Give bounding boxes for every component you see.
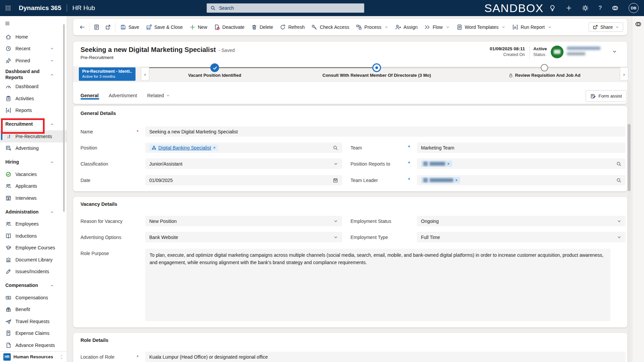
add-icon[interactable] <box>566 5 572 11</box>
sidebar-item-employees[interactable]: Employees <box>0 218 67 230</box>
tab-advertisment[interactable]: Advertisment <box>109 87 137 104</box>
active-stage-chip[interactable]: Pre-Recruitment - Identi... Active for 3… <box>79 67 136 81</box>
sidebar-group-compensation[interactable]: Compensation <box>0 280 67 292</box>
app-area-title[interactable]: HR Hub <box>72 4 95 12</box>
sidebar-item-interviews[interactable]: Interviews <box>0 192 67 204</box>
redacted-lookup-chip[interactable]: × <box>421 177 460 183</box>
lookup-search-icon[interactable] <box>616 161 622 167</box>
remove-icon[interactable]: × <box>455 178 458 183</box>
owner-name-redacted[interactable] <box>567 47 600 55</box>
redacted-lookup-chip[interactable]: × <box>421 161 452 167</box>
assign-button[interactable]: Assign <box>392 22 421 32</box>
chevron-down-icon[interactable] <box>333 162 338 166</box>
position-link[interactable]: Digital Banking Specialist <box>158 145 211 150</box>
remove-icon[interactable]: × <box>447 161 450 166</box>
chevron-down-icon[interactable] <box>50 47 54 51</box>
location-of-role-field[interactable]: Kuala Lumpur (Head Office) or designated… <box>145 352 626 362</box>
main-scrollbar-thumb[interactable] <box>628 124 631 191</box>
back-button[interactable] <box>76 22 88 32</box>
classification-dropdown[interactable]: Junior/Assistant <box>145 159 342 169</box>
advertising-options-dropdown[interactable]: Bank Website <box>145 232 342 242</box>
sidebar-item-employee-courses[interactable]: Employee Courses <box>0 242 67 254</box>
app-title[interactable]: Dynamics 365 <box>19 4 61 12</box>
stage-consult-directorate[interactable]: Consult With Relevant Member Of Director… <box>289 73 464 78</box>
chevron-down-icon[interactable] <box>50 59 54 63</box>
deactivate-button[interactable]: Deactivate <box>211 22 248 32</box>
stage-locked-circle[interactable] <box>541 64 548 71</box>
main-scrollbar-track[interactable] <box>628 81 631 362</box>
delete-button[interactable]: Delete <box>248 22 276 32</box>
form-assist-button[interactable]: Form assist <box>586 90 627 102</box>
lightbulb-icon[interactable] <box>549 5 556 11</box>
tab-related[interactable]: Related <box>147 87 170 104</box>
tab-general[interactable]: General <box>80 87 99 104</box>
flow-button[interactable]: Flow <box>421 22 453 32</box>
sidebar-item-compensations[interactable]: Compensations <box>0 292 67 304</box>
team-leader-field[interactable]: × <box>417 175 626 185</box>
sidebar-item-issues-incidents[interactable]: Issues/Incidents <box>0 266 67 278</box>
check-access-button[interactable]: Check Access <box>308 22 353 32</box>
header-collapse-button[interactable] <box>612 49 617 56</box>
sidebar-item-document-library[interactable]: Document Library <box>0 254 67 266</box>
form-selector-button[interactable] <box>91 22 102 32</box>
position-reports-to-field[interactable]: × <box>417 159 626 169</box>
global-search-box[interactable] <box>207 3 364 13</box>
share-button[interactable]: Share <box>589 22 623 32</box>
sidebar-group-administration[interactable]: Administration <box>0 206 67 218</box>
sidebar-item-benefit[interactable]: Benefit <box>0 304 67 316</box>
sidebar-item-expense-claims[interactable]: Expense Claims <box>0 327 67 340</box>
sidebar-item-reports[interactable]: Reports <box>0 105 67 117</box>
chevron-down-icon[interactable] <box>333 219 338 224</box>
sidebar-item-pinned[interactable]: Pinned <box>0 55 67 67</box>
sidebar-group-hiring[interactable]: Hiring <box>0 156 67 168</box>
employment-type-dropdown[interactable]: Full Time <box>417 232 626 242</box>
date-field[interactable]: 01/09/2025 <box>145 175 342 185</box>
bpf-next-stage-button[interactable]: › <box>620 67 628 81</box>
team-field[interactable]: Marketing Team <box>417 142 626 153</box>
sidebar-item-advance-requests[interactable]: Advance Requests <box>0 339 67 351</box>
search-input[interactable] <box>218 5 361 11</box>
help-icon[interactable]: ? <box>599 5 602 11</box>
calendar-icon[interactable] <box>333 178 338 183</box>
process-button[interactable]: Process <box>353 22 392 32</box>
position-lookup-chip[interactable]: Digital Banking Specialist × <box>149 144 218 151</box>
sidebar-item-home[interactable]: Home <box>0 31 67 43</box>
sidebar-item-recent[interactable]: Recent <box>0 43 67 55</box>
lookup-search-icon[interactable] <box>333 145 338 150</box>
stage-vacant-position-identified[interactable]: Vacant Position Identified <box>164 73 265 78</box>
user-avatar[interactable]: DB <box>629 3 639 13</box>
sidebar-item-vacancies[interactable]: Vacancies <box>0 168 67 180</box>
chevron-down-icon[interactable] <box>333 235 338 240</box>
reason-for-vacancy-dropdown[interactable]: New Position <box>145 216 342 226</box>
sidebar-item-dashboard[interactable]: Dashboard <box>0 81 67 93</box>
sidebar-scrollbar[interactable] <box>63 24 65 212</box>
sitemap-collapse-button[interactable] <box>0 16 67 31</box>
lookup-search-icon[interactable] <box>616 178 622 183</box>
new-button[interactable]: New <box>186 22 211 32</box>
chevron-down-icon[interactable] <box>617 235 622 240</box>
owner-avatar[interactable] <box>551 46 564 58</box>
save-and-close-button[interactable]: Save & Close <box>143 22 186 32</box>
run-report-button[interactable]: Run Report <box>509 22 555 32</box>
app-launcher-button[interactable] <box>1 0 15 16</box>
word-templates-button[interactable]: Word Templates <box>453 22 509 32</box>
remove-icon[interactable]: × <box>213 145 216 150</box>
copilot-icon[interactable] <box>635 21 642 27</box>
sidebar-group-dashboard-and-reports[interactable]: Dashboard and Reports <box>0 69 67 81</box>
position-field[interactable]: Digital Banking Specialist × <box>145 142 342 153</box>
sidebar-item-pre-recruitments[interactable]: ↓! Pre-Recruitments <box>0 130 67 142</box>
employment-status-dropdown[interactable]: Ongoing <box>417 216 626 226</box>
sidebar-item-activities[interactable]: Activities <box>0 93 67 105</box>
open-in-new-window-button[interactable] <box>102 22 114 32</box>
sidebar-group-recruitment[interactable]: Recruitment <box>0 118 67 130</box>
sidebar-item-travel-requests[interactable]: Travel Requests <box>0 315 67 327</box>
sidebar-item-applicants[interactable]: Applicants <box>0 180 67 192</box>
chevron-down-icon[interactable] <box>617 219 622 224</box>
feedback-icon[interactable] <box>612 5 619 11</box>
save-button[interactable]: Save <box>117 22 143 32</box>
settings-gear-icon[interactable] <box>582 5 589 11</box>
refresh-button[interactable]: Refresh <box>276 22 308 32</box>
sidebar-item-inductions[interactable]: Inductions <box>0 230 67 242</box>
role-purpose-textarea[interactable]: To plan, execute, and optimize digital m… <box>145 249 610 321</box>
area-switcher[interactable]: HR Human Resources <box>0 351 67 362</box>
